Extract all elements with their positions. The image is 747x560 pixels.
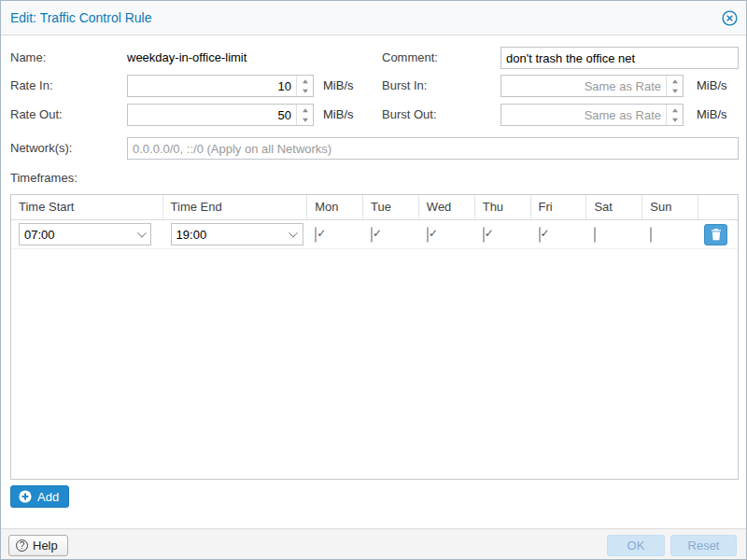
ok-button[interactable]: OK xyxy=(607,535,665,556)
plus-circle-icon xyxy=(19,490,32,503)
networks-field[interactable] xyxy=(127,137,739,160)
checkbox-thu[interactable] xyxy=(483,227,485,243)
networks-input[interactable] xyxy=(128,138,738,159)
column-header-time-end[interactable]: Time End xyxy=(163,195,308,219)
dialog-footer: ? Help OK Reset xyxy=(1,528,746,560)
time-start-combo[interactable] xyxy=(19,223,151,245)
rate-out-label: Rate Out: xyxy=(10,104,63,126)
checkbox-mon[interactable] xyxy=(315,227,317,243)
burst-in-input[interactable] xyxy=(501,76,683,96)
rate-in-spinner xyxy=(296,76,313,96)
spinner-up-button[interactable] xyxy=(667,76,683,86)
name-label: Name: xyxy=(10,47,46,69)
checkbox-sat[interactable] xyxy=(594,227,596,243)
burst-out-field[interactable] xyxy=(500,104,684,126)
burst-out-spinner xyxy=(666,105,683,125)
time-end-input[interactable] xyxy=(172,224,303,245)
chevron-down-icon[interactable] xyxy=(133,224,150,245)
help-button-label: Help xyxy=(33,539,58,553)
column-header-wed[interactable]: Wed xyxy=(419,195,475,219)
tue-cell xyxy=(363,228,419,242)
column-header-fri[interactable]: Fri xyxy=(531,195,587,219)
timeframes-label: Timeframes: xyxy=(10,167,78,189)
rate-in-input[interactable] xyxy=(128,76,313,96)
mon-cell xyxy=(307,228,363,242)
spinner-up-button[interactable] xyxy=(297,105,313,115)
time-start-cell xyxy=(11,223,163,245)
burst-in-field[interactable] xyxy=(500,75,684,97)
rate-in-unit: MiB/s xyxy=(323,75,354,97)
time-start-input[interactable] xyxy=(20,224,150,245)
checkbox-fri[interactable] xyxy=(539,227,541,243)
sun-cell xyxy=(642,228,698,242)
rate-in-label: Rate In: xyxy=(10,75,53,97)
sat-cell xyxy=(586,228,642,242)
table-row xyxy=(11,220,738,249)
comment-label: Comment: xyxy=(382,47,438,69)
actions-cell xyxy=(698,224,738,245)
checkbox-wed[interactable] xyxy=(427,227,429,243)
column-header-tue[interactable]: Tue xyxy=(363,195,419,219)
column-header-thu[interactable]: Thu xyxy=(475,195,531,219)
rate-out-field[interactable] xyxy=(127,104,314,126)
edit-traffic-control-rule-dialog: Edit: Traffic Control Rule Name: weekday… xyxy=(0,0,747,560)
rate-out-unit: MiB/s xyxy=(323,104,354,126)
burst-out-unit: MiB/s xyxy=(697,104,727,126)
time-end-cell xyxy=(163,223,308,245)
fri-cell xyxy=(531,228,587,242)
networks-label: Network(s): xyxy=(10,137,72,160)
dialog-title: Edit: Traffic Control Rule xyxy=(10,1,151,35)
burst-in-spinner xyxy=(666,76,683,96)
comment-field[interactable] xyxy=(500,47,739,69)
close-icon[interactable] xyxy=(722,10,738,26)
timeframes-table: Time Start Time End Mon Tue Wed Thu Fri … xyxy=(10,194,739,480)
spinner-down-button[interactable] xyxy=(667,86,683,96)
checkbox-tue[interactable] xyxy=(371,227,373,243)
reset-button[interactable]: Reset xyxy=(670,535,737,556)
spinner-down-button[interactable] xyxy=(297,86,313,96)
spinner-down-button[interactable] xyxy=(297,115,313,125)
rate-out-spinner xyxy=(296,105,313,125)
rate-in-field[interactable] xyxy=(127,75,314,97)
delete-row-button[interactable] xyxy=(704,224,727,245)
add-button[interactable]: Add xyxy=(10,485,69,508)
column-header-sat[interactable]: Sat xyxy=(586,195,642,219)
add-button-label: Add xyxy=(37,490,59,504)
trash-icon xyxy=(711,229,722,241)
spinner-up-button[interactable] xyxy=(667,105,683,115)
column-header-mon[interactable]: Mon xyxy=(307,195,363,219)
checkbox-sun[interactable] xyxy=(650,227,652,243)
help-icon: ? xyxy=(16,539,28,552)
time-end-combo[interactable] xyxy=(171,223,303,245)
column-header-sun[interactable]: Sun xyxy=(642,195,698,219)
help-button[interactable]: ? Help xyxy=(8,535,68,556)
burst-in-label: Burst In: xyxy=(382,75,427,97)
burst-in-unit: MiB/s xyxy=(697,75,727,97)
comment-input[interactable] xyxy=(501,48,738,68)
chevron-down-icon[interactable] xyxy=(285,224,303,245)
column-header-actions xyxy=(698,195,738,219)
table-header-row: Time Start Time End Mon Tue Wed Thu Fri … xyxy=(11,195,738,220)
column-header-time-start[interactable]: Time Start xyxy=(11,195,163,219)
dialog-titlebar: Edit: Traffic Control Rule xyxy=(1,1,746,35)
spinner-down-button[interactable] xyxy=(667,115,683,125)
burst-out-label: Burst Out: xyxy=(382,104,437,126)
spinner-up-button[interactable] xyxy=(297,76,313,86)
name-value: weekday-in-office-limit xyxy=(127,47,247,69)
burst-out-input[interactable] xyxy=(501,105,683,125)
wed-cell xyxy=(419,228,475,242)
thu-cell xyxy=(475,228,531,242)
rate-out-input[interactable] xyxy=(128,105,313,125)
